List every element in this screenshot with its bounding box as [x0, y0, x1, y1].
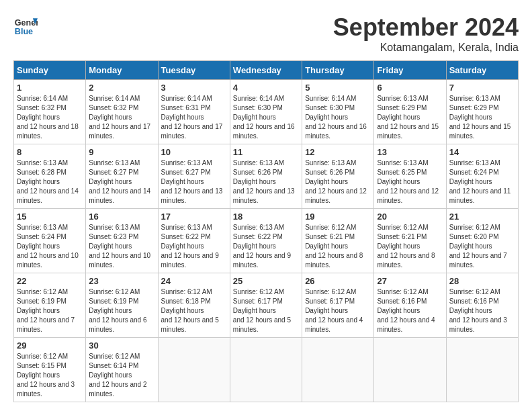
- day-number: 17: [161, 212, 227, 222]
- table-row: 20Sunrise: 6:12 AMSunset: 6:21 PMDayligh…: [374, 209, 446, 273]
- day-number: 6: [377, 83, 443, 93]
- day-number: 8: [17, 147, 83, 157]
- day-number: 27: [377, 276, 443, 286]
- day-info: Sunrise: 6:12 AMSunset: 6:21 PMDaylight …: [377, 223, 443, 270]
- location: Kotamangalam, Kerala, India: [333, 42, 519, 54]
- day-number: 30: [89, 340, 154, 351]
- table-row: 22Sunrise: 6:12 AMSunset: 6:19 PMDayligh…: [14, 273, 86, 338]
- day-info: Sunrise: 6:14 AMSunset: 6:31 PMDaylight …: [161, 94, 227, 141]
- day-number: 12: [305, 147, 371, 157]
- day-number: 10: [161, 147, 227, 157]
- table-row: 1Sunrise: 6:14 AMSunset: 6:32 PMDaylight…: [14, 80, 86, 144]
- logo-icon: General Blue: [13, 13, 38, 38]
- day-info: Sunrise: 6:13 AMSunset: 6:26 PMDaylight …: [233, 158, 299, 205]
- day-number: 3: [161, 83, 227, 93]
- day-number: 23: [89, 276, 154, 286]
- day-info: Sunrise: 6:12 AMSunset: 6:17 PMDaylight …: [305, 287, 371, 334]
- table-row: 29Sunrise: 6:12 AMSunset: 6:15 PMDayligh…: [14, 338, 86, 402]
- table-row: 25Sunrise: 6:12 AMSunset: 6:17 PMDayligh…: [230, 273, 302, 338]
- table-row: 23Sunrise: 6:12 AMSunset: 6:19 PMDayligh…: [86, 273, 158, 338]
- day-number: 28: [449, 276, 515, 286]
- table-row: 16Sunrise: 6:13 AMSunset: 6:23 PMDayligh…: [86, 209, 158, 273]
- table-row: 11Sunrise: 6:13 AMSunset: 6:26 PMDayligh…: [230, 144, 302, 209]
- table-row: [446, 338, 518, 402]
- day-number: 16: [89, 212, 154, 222]
- day-info: Sunrise: 6:14 AMSunset: 6:32 PMDaylight …: [17, 94, 83, 141]
- day-number: 9: [89, 147, 154, 157]
- day-info: Sunrise: 6:13 AMSunset: 6:27 PMDaylight …: [89, 158, 154, 205]
- day-info: Sunrise: 6:13 AMSunset: 6:29 PMDaylight …: [449, 94, 515, 141]
- day-number: 29: [17, 340, 83, 351]
- table-row: 26Sunrise: 6:12 AMSunset: 6:17 PMDayligh…: [302, 273, 374, 338]
- day-number: 15: [17, 212, 83, 222]
- day-info: Sunrise: 6:13 AMSunset: 6:27 PMDaylight …: [161, 158, 227, 205]
- day-info: Sunrise: 6:12 AMSunset: 6:14 PMDaylight …: [89, 352, 154, 399]
- table-row: 24Sunrise: 6:12 AMSunset: 6:18 PMDayligh…: [158, 273, 230, 338]
- day-number: 14: [449, 147, 515, 157]
- table-row: 9Sunrise: 6:13 AMSunset: 6:27 PMDaylight…: [86, 144, 158, 209]
- day-info: Sunrise: 6:12 AMSunset: 6:16 PMDaylight …: [377, 287, 443, 334]
- header-friday: Friday: [374, 61, 446, 80]
- day-number: 5: [305, 83, 371, 93]
- header-saturday: Saturday: [446, 61, 518, 80]
- table-row: 5Sunrise: 6:14 AMSunset: 6:30 PMDaylight…: [302, 80, 374, 144]
- table-row: 12Sunrise: 6:13 AMSunset: 6:26 PMDayligh…: [302, 144, 374, 209]
- title-block: September 2024 Kotamangalam, Kerala, Ind…: [333, 13, 519, 54]
- table-row: [158, 338, 230, 402]
- calendar-table: Sunday Monday Tuesday Wednesday Thursday…: [13, 60, 519, 402]
- table-row: 10Sunrise: 6:13 AMSunset: 6:27 PMDayligh…: [158, 144, 230, 209]
- day-number: 1: [17, 83, 83, 93]
- table-row: 6Sunrise: 6:13 AMSunset: 6:29 PMDaylight…: [374, 80, 446, 144]
- table-row: 14Sunrise: 6:13 AMSunset: 6:24 PMDayligh…: [446, 144, 518, 209]
- table-row: 28Sunrise: 6:12 AMSunset: 6:16 PMDayligh…: [446, 273, 518, 338]
- day-info: Sunrise: 6:13 AMSunset: 6:22 PMDaylight …: [233, 223, 299, 270]
- day-info: Sunrise: 6:13 AMSunset: 6:24 PMDaylight …: [449, 158, 515, 205]
- table-row: [302, 338, 374, 402]
- table-row: 19Sunrise: 6:12 AMSunset: 6:21 PMDayligh…: [302, 209, 374, 273]
- table-row: 27Sunrise: 6:12 AMSunset: 6:16 PMDayligh…: [374, 273, 446, 338]
- day-info: Sunrise: 6:13 AMSunset: 6:26 PMDaylight …: [305, 158, 371, 205]
- day-number: 22: [17, 276, 83, 286]
- table-row: [230, 338, 302, 402]
- day-info: Sunrise: 6:13 AMSunset: 6:22 PMDaylight …: [161, 223, 227, 270]
- day-info: Sunrise: 6:12 AMSunset: 6:15 PMDaylight …: [17, 352, 83, 399]
- table-row: 18Sunrise: 6:13 AMSunset: 6:22 PMDayligh…: [230, 209, 302, 273]
- day-info: Sunrise: 6:13 AMSunset: 6:25 PMDaylight …: [377, 158, 443, 205]
- table-row: [374, 338, 446, 402]
- month-title: September 2024: [333, 13, 519, 42]
- day-info: Sunrise: 6:14 AMSunset: 6:30 PMDaylight …: [305, 94, 371, 141]
- table-row: 13Sunrise: 6:13 AMSunset: 6:25 PMDayligh…: [374, 144, 446, 209]
- header-monday: Monday: [86, 61, 158, 80]
- header-thursday: Thursday: [302, 61, 374, 80]
- header-sunday: Sunday: [14, 61, 86, 80]
- day-info: Sunrise: 6:12 AMSunset: 6:20 PMDaylight …: [449, 223, 515, 270]
- day-info: Sunrise: 6:13 AMSunset: 6:24 PMDaylight …: [17, 223, 83, 270]
- day-info: Sunrise: 6:12 AMSunset: 6:21 PMDaylight …: [305, 223, 371, 270]
- day-info: Sunrise: 6:13 AMSunset: 6:28 PMDaylight …: [17, 158, 83, 205]
- day-number: 20: [377, 212, 443, 222]
- table-row: 7Sunrise: 6:13 AMSunset: 6:29 PMDaylight…: [446, 80, 518, 144]
- day-number: 4: [233, 83, 299, 93]
- day-info: Sunrise: 6:12 AMSunset: 6:18 PMDaylight …: [161, 287, 227, 334]
- page-header: General Blue September 2024 Kotamangalam…: [13, 13, 519, 54]
- day-number: 11: [233, 147, 299, 157]
- day-number: 18: [233, 212, 299, 222]
- day-info: Sunrise: 6:12 AMSunset: 6:19 PMDaylight …: [89, 287, 154, 334]
- day-info: Sunrise: 6:12 AMSunset: 6:17 PMDaylight …: [233, 287, 299, 334]
- day-number: 21: [449, 212, 515, 222]
- day-info: Sunrise: 6:14 AMSunset: 6:32 PMDaylight …: [89, 94, 154, 141]
- day-info: Sunrise: 6:13 AMSunset: 6:23 PMDaylight …: [89, 223, 154, 270]
- day-number: 2: [89, 83, 154, 93]
- day-number: 25: [233, 276, 299, 286]
- day-info: Sunrise: 6:13 AMSunset: 6:29 PMDaylight …: [377, 94, 443, 141]
- day-number: 24: [161, 276, 227, 286]
- header-wednesday: Wednesday: [230, 61, 302, 80]
- day-info: Sunrise: 6:14 AMSunset: 6:30 PMDaylight …: [233, 94, 299, 141]
- table-row: 4Sunrise: 6:14 AMSunset: 6:30 PMDaylight…: [230, 80, 302, 144]
- table-row: 8Sunrise: 6:13 AMSunset: 6:28 PMDaylight…: [14, 144, 86, 209]
- table-row: 17Sunrise: 6:13 AMSunset: 6:22 PMDayligh…: [158, 209, 230, 273]
- table-row: 3Sunrise: 6:14 AMSunset: 6:31 PMDaylight…: [158, 80, 230, 144]
- table-row: 2Sunrise: 6:14 AMSunset: 6:32 PMDaylight…: [86, 80, 158, 144]
- day-number: 7: [449, 83, 515, 93]
- svg-text:Blue: Blue: [15, 27, 33, 36]
